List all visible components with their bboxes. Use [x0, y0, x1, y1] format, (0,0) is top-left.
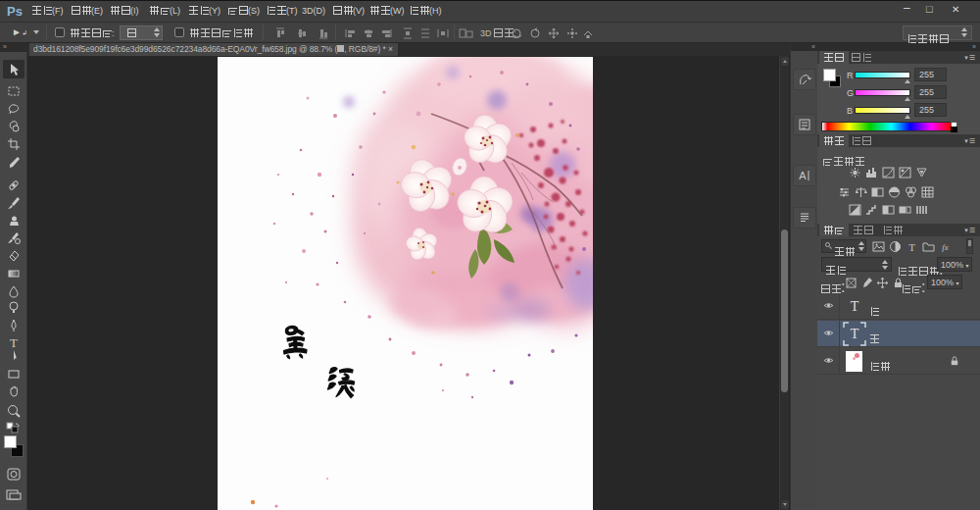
svg-text:fx: fx [942, 242, 949, 252]
svg-text:T: T [908, 241, 915, 253]
svg-text:A: A [799, 170, 807, 181]
